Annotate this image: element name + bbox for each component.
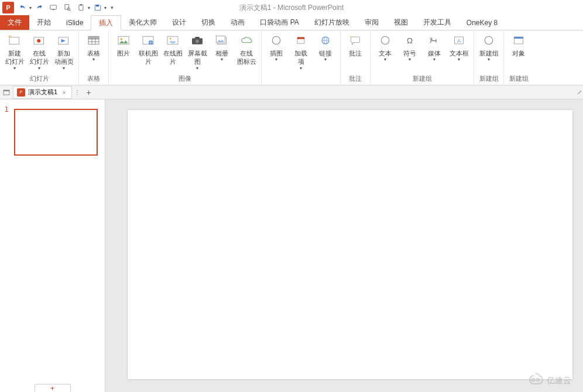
slide-thumbnail-panel: 1 + [0, 99, 105, 392]
qat-customize[interactable]: ▾ [108, 1, 116, 14]
addin-icon [292, 33, 310, 48]
annotation-button[interactable]: 批注 [343, 32, 368, 59]
tab-review[interactable]: 审阅 [357, 15, 386, 30]
online-slide-button[interactable]: 在线 幻灯片▾ [27, 32, 52, 72]
window-title: 演示文稿1 - Microsoft PowerPoint [239, 3, 344, 13]
svg-point-36 [196, 40, 199, 43]
svg-text:亿速云: 亿速云 [546, 376, 571, 385]
textbox-button[interactable]: A 文本框▾ [447, 32, 471, 63]
tab-animation[interactable]: 动画 [223, 15, 252, 30]
from-beginning-button[interactable] [47, 1, 60, 14]
table-icon [84, 33, 103, 48]
tab-home[interactable]: 开始 [29, 15, 59, 30]
svg-rect-17 [96, 5, 99, 6]
picture-button[interactable]: 图片 [111, 32, 136, 59]
undo-dropdown[interactable]: ▾ [29, 5, 32, 11]
annotation-label: 批注 [349, 49, 362, 57]
paste-dropdown[interactable]: ▾ [88, 5, 90, 11]
icon-cloud-button[interactable]: 在线 图标云 [234, 32, 259, 67]
tab-slideshow[interactable]: 幻灯片放映 [307, 15, 357, 30]
doc-close-button[interactable]: × [60, 89, 67, 96]
save-dropdown[interactable]: ▾ [104, 5, 107, 11]
doc-tab-icon: P [17, 88, 25, 97]
document-tab[interactable]: P 演示文稿1 × [13, 86, 72, 99]
doc-add-button[interactable]: + [83, 88, 95, 97]
svg-point-57 [532, 379, 535, 381]
addin-label: 加载 项 [294, 49, 307, 66]
picture-label: 图片 [117, 49, 130, 57]
table-button[interactable]: 表格▾ [81, 32, 106, 63]
online-slide-icon [30, 33, 49, 48]
picture-icon [114, 33, 133, 48]
paste-button[interactable] [75, 1, 88, 14]
quick-access-toolbar: ▾ ▾ ▾ ▾ [16, 1, 116, 14]
link-button[interactable]: 链接▾ [313, 32, 338, 63]
album-icon [212, 33, 231, 48]
screenshot-button[interactable]: + 屏幕截图▾ [185, 32, 210, 72]
svg-rect-12 [65, 5, 68, 9]
new-slide-button[interactable]: 新建 幻灯片▾ [2, 32, 27, 72]
undo-button[interactable] [16, 1, 29, 14]
object-button[interactable]: 对象 [506, 32, 531, 59]
svg-point-21 [37, 39, 40, 43]
group-table-label: 表格 [81, 73, 106, 85]
album-label: 相册 [215, 49, 228, 57]
doc-nav-icon[interactable] [0, 89, 13, 96]
group-image: 图片 联机图片 在线图片 + 屏幕截图▾ 相册▾ 在线 图标云 [109, 30, 262, 85]
collapse-ribbon-icon[interactable]: ⤢ [577, 89, 582, 95]
icon-cloud-icon [237, 33, 256, 48]
web-pic-icon [163, 33, 182, 48]
addins-button[interactable]: 加载 项▾ [289, 32, 313, 72]
add-slide-button[interactable]: + [35, 384, 71, 392]
doc-tab-menu[interactable]: ⋮ [72, 89, 83, 95]
tab-file[interactable]: 文件 [0, 15, 29, 30]
slide-number: 1 [5, 105, 9, 114]
symbol-button[interactable]: Ω 符号▾ [397, 32, 422, 63]
media-label: 媒体 [428, 49, 441, 57]
svg-rect-47 [351, 37, 360, 43]
tab-pocket-anim[interactable]: 口袋动画 PA [252, 15, 306, 30]
svg-point-30 [120, 38, 122, 40]
group-slides-label: 幻灯片 [2, 73, 76, 85]
svg-text:A: A [457, 38, 461, 44]
svg-rect-10 [50, 5, 57, 9]
group-new2-label: 新建组 [476, 73, 501, 85]
svg-rect-43 [297, 37, 304, 39]
web-picture-button[interactable]: 在线图片 [160, 32, 185, 67]
tab-islide[interactable]: iSlide [59, 15, 91, 30]
group-illus-label [264, 75, 338, 85]
album-button[interactable]: 相册▾ [210, 32, 234, 63]
tab-view[interactable]: 视图 [386, 15, 416, 30]
ribbon: 新建 幻灯片▾ 在线 幻灯片▾ 新加 动画页▾ 幻灯片 表格▾ 表格 [0, 30, 583, 85]
save-button[interactable] [91, 1, 104, 14]
svg-rect-18 [9, 37, 19, 44]
svg-rect-54 [515, 37, 523, 39]
media-button[interactable]: 媒体▾ [422, 32, 447, 63]
object-label: 对象 [512, 49, 525, 57]
new-anim-icon [54, 33, 73, 48]
online-picture-button[interactable]: 联机图片 [136, 32, 160, 67]
newgroup-button[interactable]: 新建组▾ [476, 32, 501, 63]
tab-transition[interactable]: 切换 [194, 15, 223, 30]
slide-thumbnail-1[interactable] [14, 109, 98, 156]
svg-point-52 [485, 36, 493, 44]
tab-onekey[interactable]: OneKey 8 [459, 15, 505, 30]
redo-button[interactable] [33, 1, 46, 14]
insert-chart-label: 插图 [270, 49, 283, 57]
svg-point-19 [9, 36, 11, 37]
online-pic-label: 联机图片 [137, 49, 159, 66]
slide-canvas[interactable] [128, 110, 572, 379]
symbol-label: 符号 [403, 49, 416, 57]
tab-beautify[interactable]: 美化大师 [121, 15, 164, 30]
new-slide-label: 新建 幻灯片 [5, 49, 25, 66]
new-anim-page-button[interactable]: 新加 动画页▾ [52, 32, 76, 72]
insert-chart-button[interactable]: 插图▾ [264, 32, 289, 63]
svg-point-58 [537, 379, 540, 381]
svg-point-48 [381, 36, 389, 44]
tab-developer[interactable]: 开发工具 [416, 15, 459, 30]
tab-insert[interactable]: 插入 [91, 15, 121, 30]
tab-design[interactable]: 设计 [164, 15, 194, 30]
print-preview-button[interactable] [61, 1, 74, 14]
new-slide-icon [5, 33, 24, 48]
text-button[interactable]: 文本▾ [373, 32, 397, 63]
